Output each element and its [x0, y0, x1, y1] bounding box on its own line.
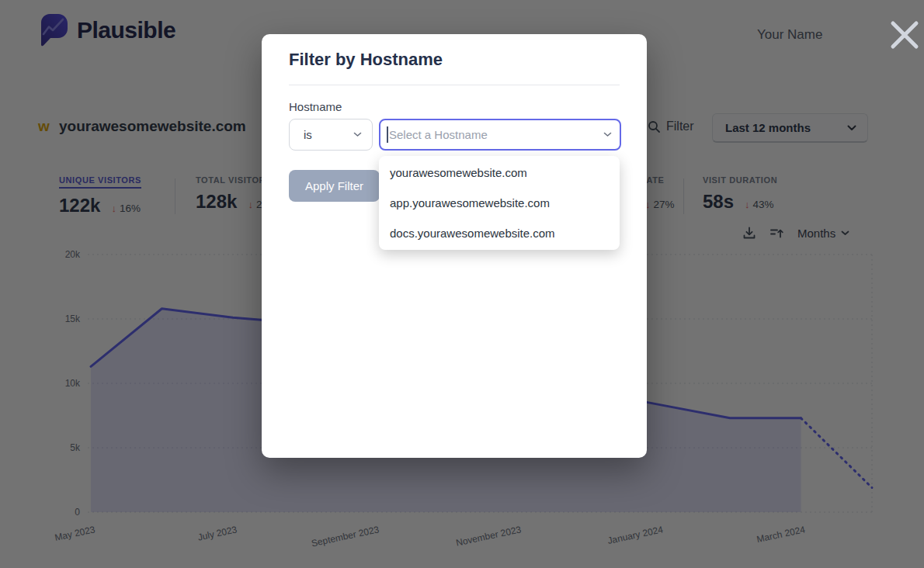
operator-value: is — [304, 128, 312, 141]
apply-filter-button[interactable]: Apply Filter — [289, 170, 380, 202]
hostname-options-dropdown: yourawesomewebsite.com app.yourawesomewe… — [379, 156, 620, 250]
hostname-option[interactable]: docs.yourawesomewebsite.com — [379, 218, 620, 248]
operator-select[interactable]: is — [289, 119, 373, 151]
text-caret — [387, 126, 388, 143]
hostname-input-wrap — [379, 119, 621, 151]
modal-divider — [289, 85, 620, 85]
hostname-input[interactable] — [379, 119, 621, 151]
close-modal-button[interactable] — [886, 17, 923, 54]
close-icon — [888, 18, 922, 52]
hostname-option[interactable]: yourawesomewebsite.com — [379, 158, 620, 188]
chevron-down-icon — [353, 132, 362, 137]
chevron-down-icon — [603, 132, 612, 137]
hostname-option[interactable]: app.yourawesomewebsite.com — [379, 188, 620, 218]
hostname-field-label: Hostname — [289, 100, 342, 113]
modal-title: Filter by Hostname — [289, 50, 443, 70]
plausible-dashboard: Plausible Your Name w yourawesomewebsite… — [0, 0, 924, 568]
